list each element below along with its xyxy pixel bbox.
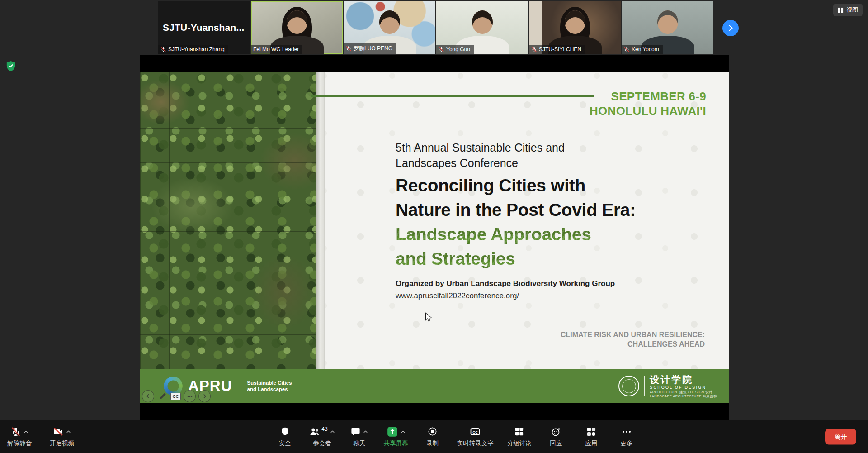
reactions-label: 回应 (550, 439, 562, 448)
grid-view-icon (838, 7, 844, 13)
slideshow-controls: CC (142, 390, 211, 402)
chevron-up-icon[interactable] (330, 430, 335, 434)
apps-button[interactable]: 应用 (580, 420, 602, 453)
apru-tagline: Sustainable Cities and Landscapes (247, 380, 292, 392)
date-line1: SEPTEMBER 6-9 (590, 89, 706, 104)
participant-name-label: SJTU-SIYI CHEN (529, 45, 585, 54)
session-line1: CLIMATE RISK AND URBAN RESILIENCE: (561, 330, 705, 339)
mic-muted-icon (624, 47, 630, 52)
participant-name-text: SJTU-SIYI CHEN (539, 46, 581, 52)
video-tile-luo-peng[interactable]: 罗鹏LUO PENG (344, 1, 435, 54)
toolbar-center-group: 安全 43 参会者 聊天 (274, 420, 637, 453)
date-line2: HONOLULU HAWAI'I (590, 104, 706, 118)
toolbar-left-group: 解除静音 开启视频 (7, 420, 74, 453)
title-line2: Nature in the Post Covid Era: (396, 198, 636, 222)
conference-url: www.aprusclfall2022conference.org/ (396, 291, 519, 300)
participant-name-label: Fei Mo WG Leader (251, 45, 302, 54)
pencil-icon (158, 392, 167, 401)
shield-icon (280, 426, 290, 437)
share-screen-button[interactable]: 共享屏幕 (384, 420, 408, 453)
chat-icon (350, 426, 361, 437)
record-label: 录制 (426, 439, 439, 448)
chat-button[interactable]: 聊天 (349, 420, 370, 453)
breakout-rooms-button[interactable]: 分组讨论 (507, 420, 532, 453)
mic-muted-icon (439, 47, 444, 52)
participant-name-label: SJTU-Yuanshan Zhang (158, 45, 228, 54)
start-video-label: 开启视频 (50, 439, 74, 448)
arrow-right-icon (201, 393, 208, 400)
next-participants-button[interactable] (722, 20, 739, 36)
shield-check-icon (6, 61, 16, 72)
session-line2: CHALLENGES AHEAD (561, 339, 705, 349)
next-slide-button[interactable] (198, 390, 211, 402)
previous-slide-button[interactable] (142, 390, 154, 402)
conference-dates: SEPTEMBER 6-9 HONOLULU HAWAI'I (590, 89, 706, 118)
organized-by-text: Organized by Urban Landscape Biodiversit… (396, 279, 615, 288)
cc-icon: CC (470, 426, 481, 437)
conference-subtitle: 5th Annual Sustainable Cities and Landsc… (396, 140, 565, 171)
mic-muted-icon (160, 47, 166, 52)
participant-name-label: Yong Guo (436, 45, 474, 54)
more-icon (621, 426, 632, 437)
breakout-rooms-label: 分组讨论 (507, 439, 532, 448)
svg-text:CC: CC (472, 430, 478, 434)
wall-edge-decoration (316, 72, 325, 369)
chevron-right-icon (726, 24, 735, 32)
title-green-line2: and Strategies (396, 247, 636, 271)
participants-label: 参会者 (313, 439, 331, 448)
video-tile-ken-yocom[interactable]: Ken Yocom (622, 1, 713, 54)
title-green-line1: Landscape Approaches (396, 222, 636, 247)
apru-tagline-line2: and Landscapes (247, 386, 292, 392)
record-button[interactable]: 录制 (422, 420, 443, 453)
school-sub-line2: LANDSCAPE ARCHITECTURE 风景园林 (650, 394, 717, 398)
school-logo-group: 设计学院 SCHOOL OF DESIGN ARCHITECTURE 建筑 / … (618, 369, 717, 403)
live-transcript-label: 实时转录文字 (457, 439, 494, 448)
presentation-slide: SEPTEMBER 6-9 HONOLULU HAWAI'I 5th Annua… (140, 72, 729, 403)
participant-name-text: Ken Yocom (632, 46, 659, 52)
slide-title: Reconciling Cities with Nature in the Po… (396, 173, 636, 271)
participant-name-label: Ken Yocom (622, 45, 663, 54)
meeting-security-indicator[interactable] (6, 61, 16, 73)
chevron-up-icon[interactable] (66, 430, 71, 434)
chevron-up-icon[interactable] (24, 430, 28, 434)
view-button[interactable]: 视图 (833, 4, 863, 16)
camera-off-icon (53, 426, 64, 437)
leave-meeting-button[interactable]: 离开 (825, 429, 856, 444)
slideshow-more-button[interactable] (184, 390, 196, 402)
reactions-button[interactable]: 回应 (545, 420, 567, 453)
session-title: CLIMATE RISK AND URBAN RESILIENCE: CHALL… (561, 330, 705, 349)
arrow-left-icon (145, 393, 151, 400)
reactions-icon (551, 426, 561, 437)
university-emblem-icon (618, 376, 639, 396)
start-video-button[interactable]: 开启视频 (50, 420, 74, 453)
chevron-up-icon[interactable] (401, 430, 406, 434)
breakout-rooms-icon (514, 426, 524, 437)
participants-button[interactable]: 43 参会者 (309, 420, 335, 453)
apru-tagline-line1: Sustainable Cities (247, 380, 292, 386)
captions-toggle-button[interactable]: CC (170, 393, 181, 400)
share-screen-label: 共享屏幕 (384, 439, 408, 448)
green-wall-photo (140, 72, 316, 369)
share-screen-icon (387, 426, 398, 438)
record-icon (427, 426, 438, 437)
slide-footer-bar: APRU Sustainable Cities and Landscapes 设… (140, 369, 729, 403)
live-transcript-button[interactable]: CC 实时转录文字 (457, 420, 494, 453)
video-tile-yuanshan[interactable]: SJTU-Yuanshan... SJTU-Yuanshan Zhang (158, 1, 250, 54)
participant-name-label: 罗鹏LUO PENG (344, 43, 396, 54)
conference-subtitle-line1: 5th Annual Sustainable Cities and (396, 140, 565, 155)
chevron-up-icon[interactable] (363, 430, 368, 434)
footer-divider (644, 376, 645, 396)
participants-icon (309, 426, 320, 437)
video-tile-siyi-chen[interactable]: SJTU-SIYI CHEN (529, 1, 621, 54)
apps-label: 应用 (585, 439, 597, 448)
pen-tool-button[interactable] (157, 390, 168, 402)
video-tile-yong-guo[interactable]: Yong Guo (436, 1, 528, 54)
security-button[interactable]: 安全 (274, 420, 296, 453)
more-button[interactable]: 更多 (616, 420, 637, 453)
title-line1: Reconciling Cities with (396, 173, 636, 198)
participant-tiles: SJTU-Yuanshan... SJTU-Yuanshan Zhang Fei… (158, 1, 713, 54)
unmute-button[interactable]: 解除静音 (7, 420, 32, 453)
video-tile-fei-mo[interactable]: Fei Mo WG Leader (251, 1, 343, 54)
school-text-block: 设计学院 SCHOOL OF DESIGN ARCHITECTURE 建筑 / … (650, 374, 717, 398)
security-label: 安全 (279, 439, 291, 448)
